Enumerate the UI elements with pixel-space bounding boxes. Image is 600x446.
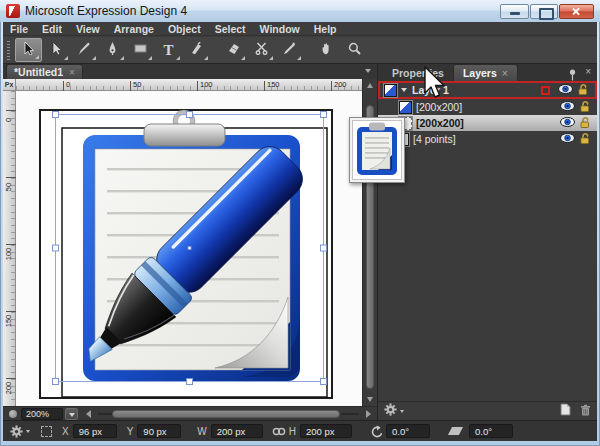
selection-center-point [188, 247, 191, 250]
pan-tool[interactable] [313, 38, 340, 62]
actionbar-gear-dropdown-icon[interactable] [26, 430, 30, 433]
selection-bounds-icon[interactable] [41, 426, 52, 437]
y-label: Y [127, 426, 134, 437]
visibility-toggle[interactable] [559, 133, 576, 145]
menu-arrange[interactable]: Arrange [107, 22, 161, 36]
horizontal-scrollbar-row: 200% [3, 406, 377, 420]
scroll-down-icon[interactable] [367, 397, 373, 402]
delete-layer-trash-icon[interactable] [580, 402, 591, 420]
menu-window[interactable]: Window [253, 22, 307, 36]
tab-list-dropdown-icon[interactable] [365, 69, 371, 73]
layer-thumbnail[interactable] [384, 84, 397, 97]
slice-tool[interactable] [183, 38, 210, 62]
menu-select[interactable]: Select [208, 22, 253, 36]
scroll-left-icon[interactable] [86, 410, 91, 418]
link-dimensions-icon[interactable] [272, 427, 286, 436]
close-button[interactable] [559, 4, 594, 19]
scroll-up-icon[interactable] [367, 83, 373, 88]
unlock-icon [579, 132, 591, 147]
paintbrush-tool[interactable] [71, 38, 98, 62]
canvas-artwork[interactable] [16, 91, 362, 406]
blade-icon [190, 41, 203, 59]
eyedropper-tool[interactable] [276, 38, 303, 62]
menu-help[interactable]: Help [307, 22, 344, 36]
pen-icon [106, 41, 119, 59]
text-tool-icon: T [163, 43, 173, 58]
rotation-field[interactable]: 0.0° [386, 424, 430, 438]
document-tab[interactable]: *Untitled1 × [6, 64, 83, 79]
skew-field[interactable]: 0.0° [469, 424, 513, 438]
visibility-toggle[interactable] [557, 84, 574, 96]
rectangle-tool[interactable] [127, 38, 154, 62]
vertical-ruler: 0 50 100 150 200 [3, 91, 16, 406]
layer-object-row[interactable]: [200x200] [378, 99, 597, 115]
eyedropper-icon [283, 41, 296, 59]
scissors-tool[interactable] [248, 38, 275, 62]
new-layer-icon[interactable] [560, 402, 571, 420]
unlock-icon [579, 100, 591, 115]
mouse-cursor-icon [423, 66, 447, 106]
pen-tool[interactable] [99, 38, 126, 62]
selection-tool[interactable] [15, 38, 42, 62]
layers-panel: Properties Layers × × Layer 1 [200x200] [377, 64, 597, 420]
status-bar: X 96 px Y 90 px W 200 px H 200 px 0.0° 0… [3, 420, 597, 441]
lock-toggle[interactable] [574, 83, 591, 98]
menu-edit[interactable]: Edit [35, 22, 69, 36]
layer-row-layer1[interactable]: Layer 1 [378, 81, 597, 99]
paintbrush-icon [78, 41, 91, 59]
visibility-toggle[interactable] [559, 101, 576, 113]
eraser-tool[interactable] [220, 38, 247, 62]
visibility-toggle[interactable] [559, 117, 576, 129]
height-field[interactable]: 200 px [300, 424, 352, 438]
panel-tab-bar: Properties Layers × × [378, 64, 597, 81]
layer-object-row[interactable]: [4 points] [378, 131, 597, 147]
panel-close-icon[interactable]: × [585, 66, 591, 77]
panel-options-gear-icon[interactable] [384, 402, 397, 420]
minimize-button[interactable] [500, 4, 529, 19]
horizontal-scroll-track[interactable] [98, 413, 359, 415]
text-tool[interactable]: T [155, 38, 182, 62]
magnifier-icon [348, 41, 361, 59]
zoom-tool[interactable] [341, 38, 368, 62]
menu-view[interactable]: View [69, 22, 107, 36]
layer-color-swatch[interactable] [541, 86, 550, 95]
y-position-field[interactable]: 90 px [137, 424, 181, 438]
eye-icon [560, 133, 575, 145]
lock-toggle[interactable] [576, 100, 593, 115]
window-title: Microsoft Expression Design 4 [25, 4, 187, 18]
panel-options-dropdown-icon[interactable] [400, 410, 404, 413]
zoom-dropdown-button[interactable] [65, 408, 78, 420]
unlock-icon [579, 116, 591, 131]
tab-layers[interactable]: Layers × [453, 64, 518, 81]
canvas-viewport[interactable] [16, 91, 362, 406]
zoom-indicator-icon[interactable] [9, 410, 17, 418]
lock-toggle[interactable] [576, 132, 593, 147]
object-label: [200x200] [416, 117, 464, 129]
maximize-button[interactable] [530, 4, 558, 19]
menu-object[interactable]: Object [161, 22, 208, 36]
tool-bar: T [3, 37, 597, 64]
eraser-icon [227, 41, 240, 59]
eye-icon [560, 117, 575, 129]
layer-expand-icon[interactable] [401, 88, 407, 92]
zoom-level-field[interactable]: 200% [21, 408, 63, 420]
actionbar-gear-icon[interactable] [10, 425, 23, 438]
object-thumbnail[interactable] [399, 101, 412, 114]
application-window: Microsoft Expression Design 4 File Edit … [0, 0, 600, 446]
scroll-right-icon[interactable] [366, 410, 371, 418]
layer-object-row-selected[interactable]: [200x200] [378, 115, 597, 131]
skew-icon [448, 427, 463, 435]
document-tab-close-icon[interactable]: × [69, 67, 75, 78]
menu-file[interactable]: File [3, 22, 35, 36]
hand-icon [320, 41, 333, 59]
layers-tab-close-icon[interactable]: × [502, 67, 508, 79]
lock-toggle[interactable] [576, 116, 593, 131]
direct-selection-tool[interactable] [43, 38, 70, 62]
ruler-unit-box[interactable]: Px [3, 79, 16, 91]
width-field[interactable]: 200 px [211, 424, 263, 438]
document-tab-bar: *Untitled1 × [3, 64, 377, 79]
toolbar-grip[interactable] [7, 41, 10, 60]
rectangle-icon [134, 41, 147, 59]
horizontal-scroll-thumb[interactable] [112, 410, 340, 418]
x-position-field[interactable]: 96 px [73, 424, 117, 438]
